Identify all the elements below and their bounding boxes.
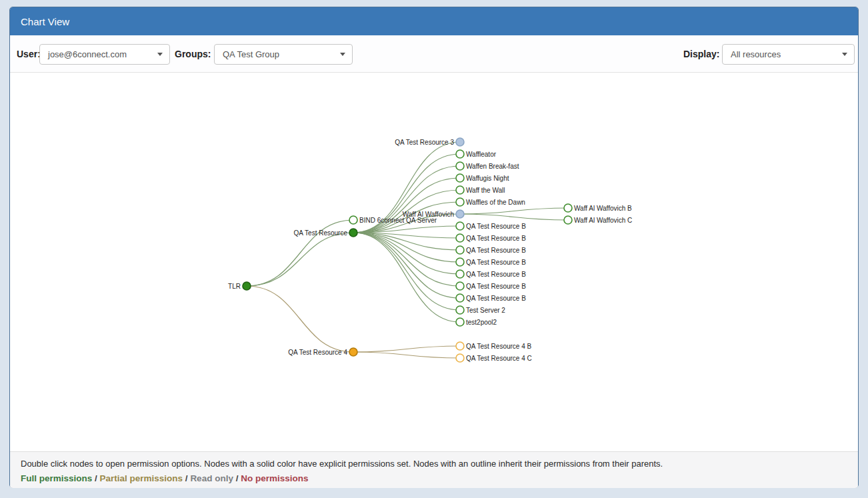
tree-link: [247, 286, 353, 352]
tree-node-label: QA Test Resource 4 B: [466, 343, 532, 350]
display-select-value: All resources: [731, 49, 837, 59]
legend-item: Partial permissions: [100, 473, 183, 483]
tree-node-label: QA Test Resource 4: [288, 349, 347, 356]
display-select[interactable]: All resources: [722, 44, 855, 65]
user-label: User:: [17, 35, 41, 73]
tree-link: [353, 233, 460, 262]
chevron-down-icon: [842, 53, 847, 56]
tree-link: [460, 208, 568, 214]
tree-node-qtrb3[interactable]: [456, 246, 464, 254]
tree-node-label: Waff Al Waffovich B: [574, 205, 632, 212]
permission-tree-svg: TLRBIND 6connect QA ServerQA Test Resour…: [10, 73, 858, 451]
tree-node-qtr3[interactable]: [456, 138, 464, 146]
groups-select[interactable]: QA Test Group: [214, 44, 353, 65]
tree-node-label: Waffugis Night: [466, 175, 509, 182]
legend-item: No permissions: [241, 473, 308, 483]
tree-node-label: QA Test Resource B: [466, 223, 526, 230]
groups-select-value: QA Test Group: [223, 49, 335, 59]
tree-node-tlr[interactable]: [243, 282, 251, 290]
tree-node-qtrb5[interactable]: [456, 270, 464, 278]
page-title: Chart View: [21, 16, 69, 27]
tree-node-label: QA Test Resource B: [466, 283, 526, 290]
tree-link: [353, 233, 460, 274]
tree-node-label: Waff the Wall: [466, 187, 505, 194]
tree-node-waffleator[interactable]: [456, 150, 464, 158]
groups-label: Groups:: [175, 35, 211, 73]
tree-node-label: TLR: [228, 283, 241, 290]
tree-node-qtrb2[interactable]: [456, 234, 464, 242]
tree-node-label: Waffen Break-fast: [466, 163, 519, 170]
footer-instructions: Double click nodes to open permission op…: [21, 457, 847, 471]
tree-node-label: Test Server 2: [466, 307, 505, 314]
tree-node-waffen[interactable]: [456, 162, 464, 170]
tree-node-qtr4b[interactable]: [456, 342, 464, 350]
chevron-down-icon: [157, 53, 163, 56]
tree-node-label: QA Test Resource B: [466, 259, 526, 266]
permission-tree-chart: TLRBIND 6connect QA ServerQA Test Resour…: [10, 73, 858, 451]
tree-node-qtr[interactable]: [349, 229, 357, 237]
tree-link: [353, 233, 460, 298]
tree-link: [353, 233, 460, 310]
tree-node-label: QA Test Resource B: [466, 235, 526, 242]
tree-node-label: QA Test Resource B: [466, 295, 526, 302]
tree-node-testserver2[interactable]: [456, 306, 464, 314]
tree-link: [353, 178, 460, 233]
tree-node-label: QA Test Resource 3: [395, 139, 454, 146]
tree-node-waffovichc[interactable]: [564, 216, 572, 224]
legend-separator: /: [233, 473, 241, 483]
tree-node-label: test2pool2: [466, 319, 497, 326]
tree-node-bind[interactable]: [349, 216, 357, 224]
chevron-down-icon: [340, 53, 345, 56]
tree-node-label: Waff Al Waffovich C: [574, 217, 632, 224]
tree-node-waffwall[interactable]: [456, 186, 464, 194]
legend-separator: /: [183, 473, 190, 483]
tree-node-label: Waffles of the Dawn: [466, 199, 525, 206]
tree-node-label: Waff Al Waffovich: [403, 211, 454, 218]
tree-link: [353, 233, 460, 322]
tree-node-label: QA Test Resource B: [466, 247, 526, 254]
legend-separator: /: [92, 473, 99, 483]
tree-node-waffovichb[interactable]: [564, 204, 572, 212]
tree-node-qtrb4[interactable]: [456, 258, 464, 266]
panel-footer: Double click nodes to open permission op…: [10, 451, 858, 488]
display-label: Display:: [683, 35, 719, 73]
tree-link: [353, 346, 460, 352]
tree-node-waffugis[interactable]: [456, 174, 464, 182]
tree-node-qtrb1[interactable]: [456, 222, 464, 230]
tree-node-test2pool2[interactable]: [456, 318, 464, 326]
panel-header: Chart View: [10, 7, 858, 35]
tree-node-qtr4c[interactable]: [456, 354, 464, 362]
tree-node-qtrb7[interactable]: [456, 294, 464, 302]
tree-node-label: Waffleator: [466, 151, 497, 158]
legend-item: Read only: [190, 473, 233, 483]
tree-node-qtrb6[interactable]: [456, 282, 464, 290]
legend-item: Full permissions: [21, 473, 92, 483]
tree-node-waffovich[interactable]: [456, 210, 464, 218]
legend: Full permissions / Partial permissions /…: [21, 472, 847, 485]
user-select[interactable]: jose@6connect.com: [39, 44, 170, 65]
tree-node-label: QA Test Resource B: [466, 271, 526, 278]
toolbar: User: jose@6connect.com Groups: QA Test …: [10, 35, 858, 73]
tree-node-waffdawn[interactable]: [456, 198, 464, 206]
tree-link: [247, 233, 353, 286]
tree-link: [353, 352, 460, 358]
tree-node-label: QA Test Resource 4 C: [466, 355, 532, 362]
tree-link: [460, 214, 568, 220]
chart-view-panel: Chart View User: jose@6connect.com Group…: [9, 7, 859, 488]
tree-node-label: QA Test Resource: [294, 229, 348, 237]
tree-node-qtr4[interactable]: [349, 348, 357, 356]
user-select-value: jose@6connect.com: [48, 49, 152, 59]
